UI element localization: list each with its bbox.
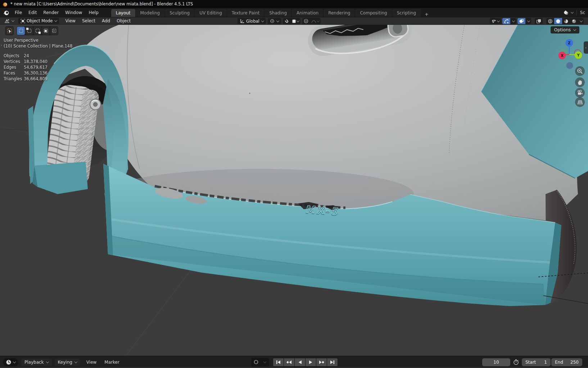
toolbar-expand-arrow[interactable]: › xyxy=(0,43,2,48)
menu-render[interactable]: Render xyxy=(40,9,62,16)
tab-rendering[interactable]: Rendering xyxy=(324,9,355,17)
orientation-dropdown[interactable]: Global xyxy=(238,18,266,24)
playback-menu[interactable]: Playback xyxy=(21,359,52,366)
next-keyframe-button[interactable] xyxy=(316,358,327,366)
transform-cluster: Global xyxy=(238,18,321,24)
playback-controls xyxy=(251,358,338,367)
options-button[interactable]: Options xyxy=(551,26,579,33)
solid-shading-icon xyxy=(556,19,561,24)
menu-select[interactable]: Select xyxy=(79,18,99,23)
shading-material-button[interactable] xyxy=(562,18,570,24)
show-object-types-dropdown[interactable] xyxy=(490,18,501,24)
viewport-stats-overlay: User Perspective (10) Scene Collection |… xyxy=(4,37,72,82)
material-preview-shading-icon xyxy=(564,19,569,24)
menu-help[interactable]: Help xyxy=(85,9,101,16)
active-object-breadcrumb: (10) Scene Collection | Plane.148 xyxy=(4,43,72,49)
select-subtract-button[interactable] xyxy=(33,27,41,35)
tab-uv-editing[interactable]: UV Editing xyxy=(195,9,227,17)
tab-compositing[interactable]: Compositing xyxy=(355,9,392,17)
select-intersect-button[interactable] xyxy=(50,27,58,35)
mode-label: Object Mode xyxy=(27,18,53,23)
tab-shading[interactable]: Shading xyxy=(264,9,292,17)
jump-to-end-button[interactable] xyxy=(327,358,338,366)
viewport-header: Object Mode View Select Add Object Globa… xyxy=(0,17,588,25)
tweak-tool-button[interactable] xyxy=(5,27,13,35)
play-button[interactable] xyxy=(306,358,316,366)
keying-menu[interactable]: Keying xyxy=(55,359,80,366)
zoom-button[interactable] xyxy=(575,66,585,76)
orientation-label: Global xyxy=(246,19,259,24)
viewport-canvas[interactable]: MX-5 MX-5 xyxy=(0,25,588,356)
shading-solid-button[interactable] xyxy=(554,18,562,24)
auto-keying-button[interactable] xyxy=(252,358,260,366)
select-invert-button[interactable] xyxy=(42,27,50,35)
stopwatch-icon[interactable] xyxy=(513,359,519,365)
add-workspace-button[interactable]: + xyxy=(421,12,432,17)
current-frame-value: 10 xyxy=(493,360,499,365)
falloff-dropdown[interactable] xyxy=(310,18,321,24)
camera-view-button[interactable] xyxy=(575,88,585,98)
axis-z-negative[interactable] xyxy=(566,62,573,69)
pivot-dropdown[interactable] xyxy=(268,18,281,24)
menu-view[interactable]: View xyxy=(62,18,78,23)
jump-to-start-button[interactable] xyxy=(273,358,284,366)
timeline-editor-type-button[interactable] xyxy=(3,358,18,366)
auto-keying-dropdown[interactable] xyxy=(260,358,269,366)
tab-texture-paint[interactable]: Texture Paint xyxy=(227,9,264,17)
top-menu-bar: File Edit Render Window Help Layout Mode… xyxy=(0,8,588,17)
timeline-marker-menu[interactable]: Marker xyxy=(100,360,123,365)
previous-keyframe-button[interactable] xyxy=(284,358,294,366)
select-subtract-icon xyxy=(36,29,40,33)
title-bar: * new miata [C:\Users\Admind\Documents\b… xyxy=(0,0,588,8)
navigation-gizmo[interactable]: Z X Y xyxy=(556,39,583,70)
blender-logo-icon[interactable] xyxy=(3,9,9,16)
start-frame-field[interactable]: Start 1 xyxy=(522,358,551,366)
toggle-perspective-button[interactable] xyxy=(575,97,585,107)
perspective-grid-icon xyxy=(577,99,583,105)
tab-sculpting[interactable]: Sculpting xyxy=(165,9,195,17)
stat-vertices: Vertices18,378,040 xyxy=(4,59,72,64)
chevron-down-icon xyxy=(571,10,574,13)
select-set-button[interactable] xyxy=(17,27,25,35)
shading-rendered-button[interactable] xyxy=(570,18,578,24)
proportional-edit-group xyxy=(302,18,321,24)
toggle-xray-button[interactable] xyxy=(535,18,543,24)
3d-viewport[interactable]: MX-5 MX-5 xyxy=(0,25,588,356)
select-extend-button[interactable] xyxy=(25,27,33,35)
snap-toggle-button[interactable] xyxy=(283,18,290,24)
shading-dropdown[interactable] xyxy=(578,18,584,24)
menu-object[interactable]: Object xyxy=(113,18,134,23)
editor-type-button[interactable] xyxy=(2,18,16,24)
snap-increment-icon xyxy=(292,19,296,23)
timeline-view-menu[interactable]: View xyxy=(82,360,100,365)
show-gizmo-button[interactable] xyxy=(502,18,510,24)
eye-pointer-icon xyxy=(491,19,497,23)
tab-modeling[interactable]: Modeling xyxy=(136,9,165,17)
shading-wireframe-button[interactable] xyxy=(546,18,554,24)
proportional-edit-button[interactable] xyxy=(302,18,310,24)
axis-y-label: Y xyxy=(576,53,580,57)
tab-layout[interactable]: Layout xyxy=(111,9,136,17)
sidebar-collapse-tab[interactable]: ‹ xyxy=(584,41,588,54)
camera-icon xyxy=(577,90,583,95)
show-overlays-button[interactable] xyxy=(517,18,525,24)
tab-animation[interactable]: Animation xyxy=(292,9,324,17)
menu-add[interactable]: Add xyxy=(99,18,113,23)
menu-window[interactable]: Window xyxy=(62,9,85,16)
current-frame-field[interactable]: 10 xyxy=(482,358,510,366)
fender-badge xyxy=(90,99,101,110)
end-frame-field[interactable]: End 250 xyxy=(551,358,582,366)
tab-scripting[interactable]: Scripting xyxy=(392,9,421,17)
snap-target-dropdown[interactable] xyxy=(290,18,300,24)
chevron-down-icon xyxy=(527,19,530,22)
mode-dropdown[interactable]: Object Mode xyxy=(18,18,59,24)
play-reverse-button[interactable] xyxy=(295,358,305,366)
wireframe-shading-icon xyxy=(548,19,553,24)
menu-edit[interactable]: Edit xyxy=(25,9,40,16)
falloff-curve-icon xyxy=(311,19,316,23)
menu-file[interactable]: File xyxy=(12,9,25,16)
overlays-dropdown[interactable] xyxy=(525,18,531,24)
scene-selector[interactable]: Sc xyxy=(563,10,585,15)
gizmo-dropdown[interactable] xyxy=(510,18,516,24)
pan-button[interactable] xyxy=(575,77,585,87)
